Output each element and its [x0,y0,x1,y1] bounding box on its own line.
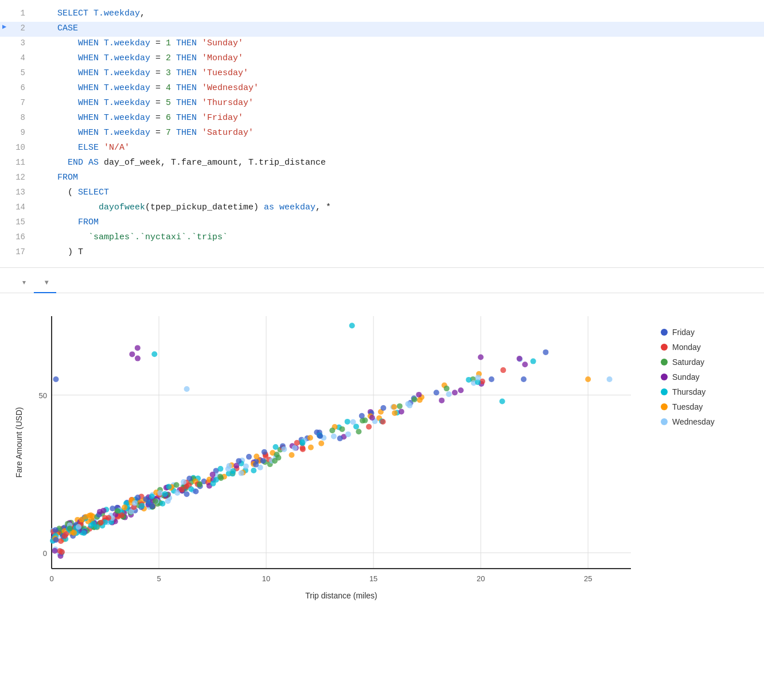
data-point [274,452,280,457]
line-content-7: WHEN T.weekday = 5 THEN 'Thursday' [34,96,764,110]
data-point [407,403,412,409]
svg-text:Trip distance (miles): Trip distance (miles) [305,591,377,600]
data-point [489,376,494,382]
legend-dot-friday [661,329,668,336]
data-point [184,386,190,392]
data-point [243,464,249,469]
legend-label-saturday: Saturday [672,357,704,367]
line-content-10: ELSE 'N/A' [34,141,764,155]
data-point [416,392,422,398]
data-point [500,399,505,405]
data-point [458,387,463,393]
line-number-3: 3 [0,37,34,49]
tab-fare-by-distance[interactable]: ▾ [34,274,56,293]
code-line-17: 17 ) T [0,246,764,260]
chart-area: 0500510152025Fare Amount (USD)Trip dista… [0,293,764,611]
data-point [307,435,313,441]
data-point [329,427,335,433]
data-point [197,481,202,487]
legend-dot-saturday [661,359,668,365]
tab-results[interactable]: ▾ [11,274,34,293]
line-content-4: WHEN T.weekday = 2 THEN 'Monday' [34,52,764,65]
data-point [273,444,279,450]
data-point [391,404,397,410]
data-point [139,503,145,508]
data-point [262,449,267,455]
tab-fare-chevron: ▾ [45,278,48,286]
data-point [87,513,92,519]
line-content-16: `samples`.`nyctaxi`.`trips` [34,231,764,244]
data-point [521,376,527,382]
legend-label-friday: Friday [672,328,695,337]
data-point [122,504,127,510]
data-point [67,526,73,531]
legend-item-friday: Friday [661,328,753,337]
data-point [478,355,484,360]
data-point [76,524,81,530]
line-number-14: 14 [0,201,34,213]
line-content-5: WHEN T.weekday = 3 THEN 'Tuesday' [34,67,764,80]
code-line-13: 13 ( SELECT [0,186,764,201]
data-point [151,351,157,357]
scatter-chart: 0500510152025Fare Amount (USD)Trip dista… [11,305,642,603]
legend-label-monday: Monday [672,343,701,352]
chart-svg-wrapper: 0500510152025Fare Amount (USD)Trip dista… [11,305,661,605]
data-point [500,367,506,373]
svg-text:15: 15 [369,574,377,583]
legend-label-thursday: Thursday [672,387,705,396]
line-number-7: 7 [0,96,34,109]
data-point [53,537,59,543]
line-content-8: WHEN T.weekday = 6 THEN 'Friday' [34,111,764,125]
data-point [543,349,548,355]
data-point [98,520,104,526]
line-number-9: 9 [0,126,34,139]
data-point [149,493,155,499]
code-line-14: 14 dayofweek(tpep_pickup_datetime) as we… [0,201,764,216]
line-content-12: FROM [34,171,764,185]
line-number-6: 6 [0,81,34,94]
legend-dot-wednesday [661,418,668,425]
data-point [135,356,141,361]
data-point [157,490,163,496]
data-point [210,472,216,477]
data-point [585,376,591,382]
line-number-8: 8 [0,111,34,124]
chart-legend: FridayMondaySaturdaySundayThursdayTuesda… [661,305,753,605]
data-point [531,359,536,364]
line-number-5: 5 [0,67,34,79]
data-point [345,431,351,437]
legend-item-wednesday: Wednesday [661,417,753,426]
data-point [434,390,439,395]
data-point [129,351,135,357]
results-bar: ▾ ▾ [0,268,764,293]
data-point [165,498,171,504]
line-content-11: END AS day_of_week, T.fare_amount, T.tri… [34,156,764,170]
code-line-1: 1SELECT T.weekday, [0,7,764,22]
tab-add-button[interactable] [56,278,68,289]
data-point [466,377,471,383]
code-line-6: 6 WHEN T.weekday = 4 THEN 'Wednesday' [0,81,764,96]
chart-container: 0500510152025Fare Amount (USD)Trip dista… [11,305,661,605]
code-line-12: 12FROM [0,171,764,186]
data-point [517,356,523,361]
data-point [345,419,350,425]
data-point [349,323,355,329]
tab-results-chevron: ▾ [22,278,26,286]
code-line-15: 15 FROM [0,216,764,231]
svg-text:10: 10 [262,574,270,583]
svg-text:0: 0 [49,574,53,583]
data-point [57,548,63,554]
data-point [135,345,141,351]
data-point [225,466,231,472]
line-number-15: 15 [0,216,34,228]
data-point [369,415,375,421]
legend-label-wednesday: Wednesday [672,417,715,426]
data-point [399,409,404,414]
data-point [135,495,141,500]
data-point [356,429,361,434]
line-content-13: ( SELECT [34,186,764,200]
data-point [380,419,386,425]
svg-text:Fare Amount (USD): Fare Amount (USD) [14,407,24,478]
data-point [53,376,59,382]
code-line-3: 3 WHEN T.weekday = 1 THEN 'Sunday' [0,37,764,52]
